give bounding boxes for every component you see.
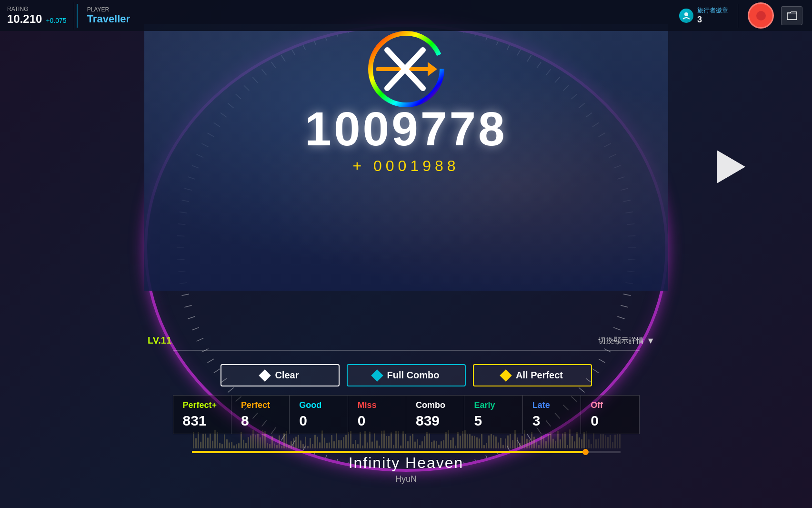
stat-late: Late 3 xyxy=(523,396,581,434)
svg-rect-150 xyxy=(250,435,251,448)
stat-early: Early 5 xyxy=(464,396,522,434)
svg-rect-204 xyxy=(379,446,380,448)
badge-icon xyxy=(679,9,693,23)
stat-miss: Miss 0 xyxy=(348,396,406,434)
svg-rect-144 xyxy=(236,444,237,448)
svg-line-85 xyxy=(188,316,195,319)
svg-line-44 xyxy=(579,387,584,392)
clear-button[interactable]: Clear xyxy=(221,364,340,386)
svg-rect-271 xyxy=(538,445,540,448)
svg-rect-282 xyxy=(564,432,566,448)
player-label: Player xyxy=(87,6,130,13)
svg-rect-280 xyxy=(560,439,561,448)
svg-rect-302 xyxy=(612,442,613,448)
svg-rect-245 xyxy=(476,437,478,448)
svg-rect-162 xyxy=(279,436,280,448)
svg-line-83 xyxy=(196,338,203,341)
svg-rect-174 xyxy=(307,446,309,448)
folder-icon xyxy=(786,11,798,20)
svg-rect-128 xyxy=(198,432,199,448)
svg-rect-267 xyxy=(529,439,530,448)
late-value: 3 xyxy=(532,413,571,429)
svg-rect-161 xyxy=(276,445,278,448)
early-label: Early xyxy=(474,400,512,410)
all-perfect-button[interactable]: All Perfect xyxy=(473,364,592,386)
svg-rect-248 xyxy=(483,445,485,448)
svg-rect-169 xyxy=(295,437,297,448)
song-artist: HyuN xyxy=(349,474,464,484)
traveller-badge: 旅行者徽章 3 xyxy=(679,6,728,25)
svg-rect-178 xyxy=(317,437,318,448)
svg-rect-189 xyxy=(343,437,344,448)
svg-rect-207 xyxy=(386,436,387,448)
svg-rect-287 xyxy=(576,432,578,448)
svg-rect-215 xyxy=(405,434,406,448)
miss-value: 0 xyxy=(358,413,396,429)
full-combo-button[interactable]: Full Combo xyxy=(347,364,466,386)
off-label: Off xyxy=(591,400,629,410)
svg-rect-186 xyxy=(336,433,337,448)
svg-rect-153 xyxy=(257,434,259,448)
svg-rect-268 xyxy=(531,432,532,448)
perfect-label: Perfect xyxy=(241,400,280,410)
svg-rect-304 xyxy=(617,434,618,448)
svg-rect-276 xyxy=(550,432,551,448)
stats-row: Perfect+ 831 Perfect 8 Good 0 Miss 0 Com… xyxy=(173,395,640,434)
header-bar: Rating 10.210 +0.075 Player Traveller 旅行… xyxy=(0,0,812,31)
play-button[interactable] xyxy=(717,150,745,183)
svg-line-56 xyxy=(463,462,465,469)
svg-rect-246 xyxy=(479,438,480,448)
all-perfect-label: All Perfect xyxy=(516,370,563,381)
play-triangle-icon xyxy=(717,150,745,183)
svg-rect-127 xyxy=(195,438,197,448)
svg-rect-288 xyxy=(579,437,580,448)
svg-rect-294 xyxy=(593,433,594,448)
svg-rect-146 xyxy=(241,432,242,448)
combo-value: 839 xyxy=(416,413,454,429)
svg-rect-134 xyxy=(212,441,213,448)
svg-rect-223 xyxy=(424,436,425,448)
svg-rect-228 xyxy=(436,441,437,448)
record-button[interactable] xyxy=(748,2,774,29)
stat-perfect-plus: Perfect+ 831 xyxy=(173,396,231,434)
miss-label: Miss xyxy=(358,400,396,410)
rating-value-row: 10.210 +0.075 xyxy=(7,12,67,26)
rating-section: Rating 10.210 +0.075 xyxy=(0,2,74,30)
svg-rect-232 xyxy=(445,432,447,448)
svg-rect-281 xyxy=(562,433,563,448)
svg-rect-257 xyxy=(505,438,506,448)
svg-rect-272 xyxy=(541,436,542,448)
svg-rect-188 xyxy=(341,440,342,448)
svg-rect-184 xyxy=(331,435,332,448)
stat-good: Good 0 xyxy=(290,396,348,434)
header-sep-2 xyxy=(738,4,738,28)
svg-rect-175 xyxy=(310,438,311,448)
full-combo-label: Full Combo xyxy=(387,370,440,381)
svg-rect-182 xyxy=(326,443,328,448)
stat-off: Off 0 xyxy=(581,396,639,434)
folder-button[interactable] xyxy=(781,6,802,25)
switch-display-button[interactable]: 切換顯示詳情 ▼ xyxy=(598,336,655,346)
record-button-inner xyxy=(756,11,766,20)
svg-rect-254 xyxy=(498,442,499,448)
svg-rect-202 xyxy=(374,433,375,448)
level-indicator: LV.11 xyxy=(148,335,171,346)
svg-rect-231 xyxy=(443,440,444,448)
svg-rect-295 xyxy=(595,439,597,448)
svg-rect-253 xyxy=(495,437,497,448)
svg-line-42 xyxy=(592,369,599,373)
svg-rect-247 xyxy=(481,434,482,448)
svg-rect-152 xyxy=(255,435,256,448)
stats-top-line xyxy=(173,350,640,351)
svg-rect-199 xyxy=(367,443,368,448)
off-value: 0 xyxy=(591,413,629,429)
svg-rect-159 xyxy=(271,436,273,448)
song-title: Infinity Heaven xyxy=(349,454,464,472)
svg-line-37 xyxy=(617,316,624,319)
song-info: Infinity Heaven HyuN xyxy=(349,454,464,484)
svg-rect-176 xyxy=(312,444,313,448)
svg-rect-201 xyxy=(371,442,373,448)
svg-rect-244 xyxy=(474,436,475,448)
svg-line-68 xyxy=(324,455,327,462)
chevron-down-icon: ▼ xyxy=(646,336,655,346)
